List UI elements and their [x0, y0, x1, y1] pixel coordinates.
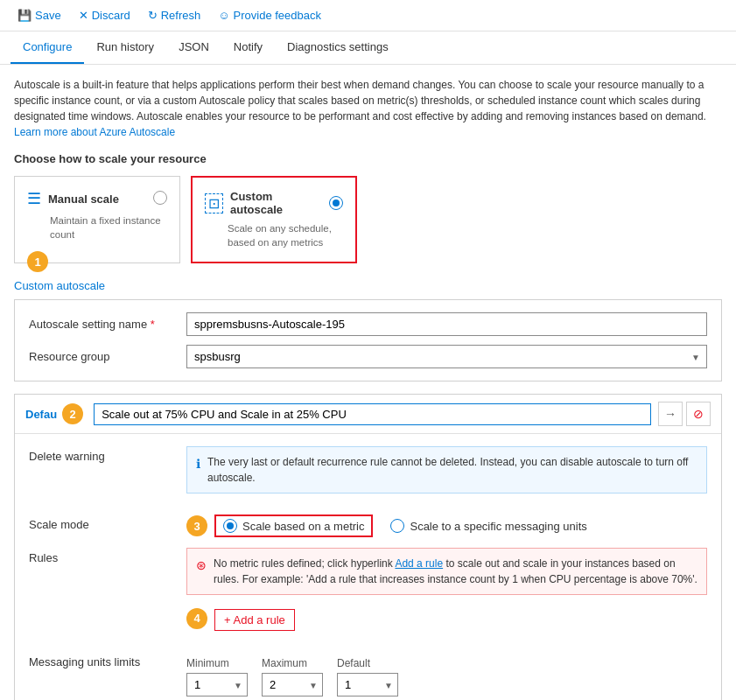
custom-scale-title: Custom autoscale	[230, 190, 322, 216]
setting-name-label: Autoscale setting name *	[29, 318, 186, 331]
required-indicator: *	[151, 318, 155, 331]
scale-metric-radio-dot	[223, 519, 237, 533]
maximum-label: Maximum	[262, 657, 323, 669]
messaging-limits-value: Minimum 1 2 4 8 ▼	[186, 652, 707, 696]
delete-warning-box: ℹ The very last or default recurrence ru…	[186, 446, 707, 494]
minimum-limit-item: Minimum 1 2 4 8 ▼	[186, 657, 248, 696]
discard-button[interactable]: ✕ Discard	[72, 5, 137, 25]
profile-delete-button[interactable]: ⊘	[686, 402, 711, 426]
scale-messaging-label: Scale to a specific messaging units	[410, 520, 586, 533]
tabs: Configure Run history JSON Notify Diagno…	[0, 32, 736, 65]
maximum-select[interactable]: 1 2 4 8 16 32	[262, 673, 323, 696]
scale-mode-value: 3 Scale based on a metric Scale to a spe…	[186, 514, 707, 537]
profile-section: Defau 2 → ⊘ Delete warning ℹ	[14, 394, 722, 700]
rules-value: ⊛ No metric rules defined; click hyperli…	[186, 548, 707, 641]
delete-warning-row: Delete warning ℹ The very last or defaul…	[29, 446, 707, 504]
default-select[interactable]: 1 2 4 8	[337, 673, 398, 696]
resource-group-select[interactable]: spsbusrg	[186, 345, 707, 368]
feedback-icon: ☺	[218, 9, 229, 22]
scale-mode-label: Scale mode	[29, 514, 186, 531]
rules-row: Rules ⊛ No metric rules defined; click h…	[29, 548, 707, 641]
custom-scale-radio[interactable]	[329, 196, 343, 210]
setting-name-input[interactable]	[186, 312, 707, 336]
resource-group-label: Resource group	[29, 350, 186, 363]
manual-scale-desc: Maintain a fixed instance count	[50, 214, 167, 242]
save-button[interactable]: 💾 Save	[11, 5, 68, 25]
scale-metric-radio-item[interactable]: Scale based on a metric	[214, 514, 373, 537]
profile-header: Defau 2 → ⊘	[15, 395, 721, 434]
scale-metric-label: Scale based on a metric	[242, 520, 364, 533]
custom-scale-option[interactable]: ⊡ Custom autoscale Scale on any schedule…	[191, 176, 357, 263]
minimum-label: Minimum	[186, 657, 248, 669]
messaging-limits-label: Messaging units limits	[29, 652, 186, 668]
scale-messaging-radio-item[interactable]: Scale to a specific messaging units	[390, 519, 586, 533]
maximum-limit-item: Maximum 1 2 4 8 16 32 ▼	[262, 657, 323, 696]
save-icon: 💾	[18, 9, 32, 22]
manual-scale-option[interactable]: ☰ Manual scale Maintain a fixed instance…	[14, 176, 180, 263]
profile-navigate-right-button[interactable]: →	[658, 402, 683, 426]
refresh-icon: ↻	[148, 9, 158, 22]
discard-icon: ✕	[79, 9, 88, 22]
tab-configure[interactable]: Configure	[11, 32, 84, 64]
refresh-button[interactable]: ↻ Refresh	[141, 5, 208, 25]
manual-scale-icon: ☰	[27, 189, 41, 208]
error-icon: ⊛	[196, 556, 207, 575]
limits-row: Minimum 1 2 4 8 ▼	[186, 657, 707, 696]
description-text: Autoscale is a built-in feature that hel…	[14, 77, 722, 140]
add-rule-button[interactable]: + Add a rule	[214, 609, 295, 631]
delete-warning-value: ℹ The very last or default recurrence ru…	[186, 446, 707, 504]
rules-error-box: ⊛ No metric rules defined; click hyperli…	[186, 548, 707, 595]
profile-label: Defau 2	[25, 403, 83, 424]
manual-scale-title: Manual scale	[48, 192, 119, 206]
step-2-badge: 2	[62, 403, 83, 424]
step-1-badge: 1	[27, 251, 48, 272]
scale-messaging-radio-dot	[390, 519, 404, 533]
rules-label: Rules	[29, 548, 186, 564]
resource-group-select-wrap: spsbusrg ▼	[186, 345, 707, 368]
minimum-select[interactable]: 1 2 4 8	[186, 673, 248, 696]
autoscale-form-section: Autoscale setting name * Resource group …	[14, 299, 722, 382]
feedback-button[interactable]: ☺ Provide feedback	[211, 5, 328, 25]
default-limit-item: Default 1 2 4 8 ▼	[337, 657, 398, 696]
toolbar: 💾 Save ✕ Discard ↻ Refresh ☺ Provide fee…	[0, 0, 736, 32]
tab-json[interactable]: JSON	[166, 32, 221, 64]
minimum-select-wrap: 1 2 4 8 ▼	[186, 673, 248, 696]
manual-scale-radio[interactable]	[153, 191, 167, 205]
custom-autoscale-section-label: Custom autoscale	[14, 279, 105, 292]
add-rule-wrap: 4 + Add a rule	[186, 606, 707, 631]
custom-scale-desc: Scale on any schedule, based on any metr…	[228, 221, 343, 249]
custom-scale-icon: ⊡	[205, 193, 223, 214]
learn-more-link[interactable]: Learn more about Azure Autoscale	[14, 126, 175, 138]
resource-group-row: Resource group spsbusrg ▼	[29, 345, 707, 368]
default-label: Default	[337, 657, 398, 669]
tab-notify[interactable]: Notify	[221, 32, 275, 64]
tab-run-history[interactable]: Run history	[84, 32, 166, 64]
scale-mode-radio-group: Scale based on a metric Scale to a speci…	[214, 514, 587, 537]
profile-name-input[interactable]	[94, 403, 651, 425]
section-title-scale: Choose how to scale your resource	[14, 152, 722, 165]
profile-content: Delete warning ℹ The very last or defaul…	[15, 434, 721, 700]
default-select-wrap: 1 2 4 8 ▼	[337, 673, 398, 696]
main-content: Autoscale is a built-in feature that hel…	[0, 65, 736, 700]
add-rule-link[interactable]: Add a rule	[395, 557, 443, 570]
scale-mode-row: Scale mode 3 Scale based on a metric Sca…	[29, 514, 707, 537]
delete-warning-label: Delete warning	[29, 446, 186, 463]
info-icon: ℹ	[196, 455, 200, 473]
scale-options: ☰ Manual scale Maintain a fixed instance…	[14, 176, 722, 263]
messaging-limits-row: Messaging units limits Minimum 1 2 4 8	[29, 652, 707, 696]
profile-actions: → ⊘	[658, 402, 711, 426]
tab-diagnostics[interactable]: Diagnostics settings	[275, 32, 401, 64]
delete-icon: ⊘	[693, 407, 704, 421]
step-3-badge: 3	[186, 515, 207, 536]
setting-name-row: Autoscale setting name *	[29, 312, 707, 336]
arrow-right-icon: →	[664, 407, 676, 421]
maximum-select-wrap: 1 2 4 8 16 32 ▼	[262, 673, 323, 696]
step-4-badge: 4	[186, 608, 207, 629]
